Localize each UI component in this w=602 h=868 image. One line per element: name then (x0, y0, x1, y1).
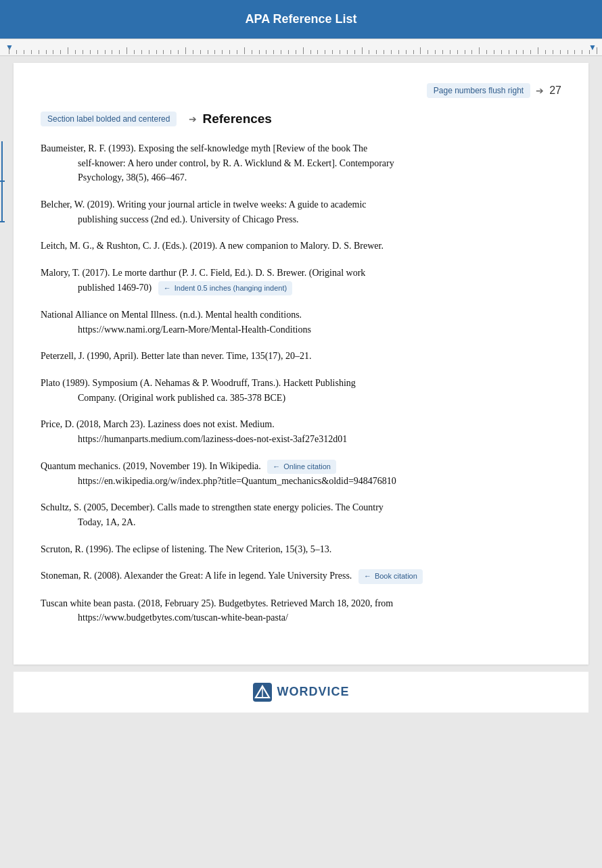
wordvice-logo-icon (253, 683, 272, 702)
footer: WORDVICE (14, 671, 588, 713)
ref-first-line: Stoneman, R. (2008). Alexander the Great… (41, 569, 561, 583)
ref-first-line: Tuscan white bean pasta. (2018, February… (41, 596, 561, 611)
section-arrow-icon: ➔ (189, 114, 197, 125)
page-number: 27 (549, 85, 561, 97)
page-number-row: Page numbers flush right ➔ 27 (41, 83, 561, 98)
ruler: ▼ ▼ (0, 39, 602, 56)
section-title-row: Section label bolded and centered ➔ Refe… (41, 112, 561, 126)
reference-entry-3: Leitch, M. G., & Rushton, C. J. (Eds.). … (41, 239, 561, 254)
reference-entry-6: Peterzell, J. (1990, April). Better late… (41, 349, 561, 364)
reference-entry-12: Stoneman, R. (2008). Alexander the Great… (41, 569, 561, 583)
ref-first-line: Baumeister, R. F. (1993). Exposing the s… (41, 141, 561, 156)
ref-first-line: National Alliance on Mental Illness. (n.… (41, 308, 561, 322)
ref-hanging-line: https://en.wikipedia.org/w/index.php?tit… (78, 474, 561, 489)
main-content: Page numbers flush right ➔ 27 Section la… (14, 63, 588, 665)
ref-hanging-line: Today, 1A, 2A. (78, 515, 561, 530)
header-title: APA Reference List (245, 12, 356, 26)
ref-hanging-line: published 1469-70) ←Indent 0.5 inches (h… (78, 281, 561, 295)
reference-entry-4: Malory, T. (2017). Le morte darthur (P. … (41, 266, 561, 295)
ref-hanging-line: https://www.budgetbytes.com/tuscan-white… (78, 610, 561, 625)
reference-entry-5: National Alliance on Mental Illness. (n.… (41, 308, 561, 337)
ref-hanging-line: self-knower: A hero under control, by R.… (78, 156, 561, 171)
arrow-right-icon: ➔ (536, 85, 544, 97)
ref-first-line: Belcher, W. (2019). Writing your journal… (41, 197, 561, 212)
reference-entry-7: Plato (1989). Symposium (A. Nehamas & P.… (41, 376, 561, 405)
reference-entry-10: Schultz, S. (2005, December). Calls made… (41, 500, 561, 529)
ref-first-line: Scruton, R. (1996). The eclipse of liste… (41, 542, 561, 557)
ref-hanging-line: https://www.nami.org/Learn-More/Mental-H… (78, 322, 561, 337)
ref-first-line: Leitch, M. G., & Rushton, C. J. (Eds.). … (41, 239, 561, 254)
book-citation-annotation: ←Book citation (358, 569, 423, 583)
reference-entry-11: Scruton, R. (1996). The eclipse of liste… (41, 542, 561, 557)
online-citation-annotation: ←Online citation (267, 460, 336, 474)
footer-logo: WORDVICE (14, 683, 588, 702)
hanging-indent-annotation: ←Indent 0.5 inches (hanging indent) (158, 281, 292, 295)
ref-hanging-line: Psychology, 38(5), 466–467. (78, 170, 561, 185)
ref-first-line: Schultz, S. (2005, December). Calls made… (41, 500, 561, 515)
ref-first-line: Price, D. (2018, March 23). Laziness doe… (41, 417, 561, 432)
references-list: Baumeister, R. F. (1993). Exposing the s… (41, 141, 561, 625)
page-numbers-annotation: Page numbers flush right (427, 83, 530, 98)
ref-first-line: Peterzell, J. (1990, April). Better late… (41, 349, 561, 364)
references-container: Referencesdouble-spaced ↑ Alphabetize by… (41, 141, 561, 625)
ref-first-line: Malory, T. (2017). Le morte darthur (P. … (41, 266, 561, 281)
ruler-right-arrow[interactable]: ▼ (588, 43, 597, 52)
reference-entry-1: Baumeister, R. F. (1993). Exposing the s… (41, 141, 561, 185)
reference-entry-8: Price, D. (2018, March 23). Laziness doe… (41, 417, 561, 446)
ref-first-line: Plato (1989). Symposium (A. Nehamas & P.… (41, 376, 561, 391)
reference-entry-2: Belcher, W. (2019). Writing your journal… (41, 197, 561, 226)
references-heading: References (202, 112, 271, 126)
section-label-annotation: Section label bolded and centered (41, 112, 177, 126)
ref-hanging-line: Company. (Original work published ca. 38… (78, 391, 561, 406)
ref-hanging-line: publishing success (2nd ed.). University… (78, 212, 561, 227)
wordvice-logo-text: WORDVICE (277, 685, 350, 699)
reference-entry-13: Tuscan white bean pasta. (2018, February… (41, 596, 561, 625)
ruler-ticks (0, 39, 602, 55)
reference-entry-9: Quantum mechanics. (2019, November 19). … (41, 459, 561, 489)
ref-first-line: Quantum mechanics. (2019, November 19). … (41, 459, 561, 474)
ref-hanging-line: https://humanparts.medium.com/laziness-d… (78, 432, 561, 447)
double-spaced-annotation-group: Referencesdouble-spaced (0, 141, 5, 222)
page-header: APA Reference List (0, 0, 602, 39)
